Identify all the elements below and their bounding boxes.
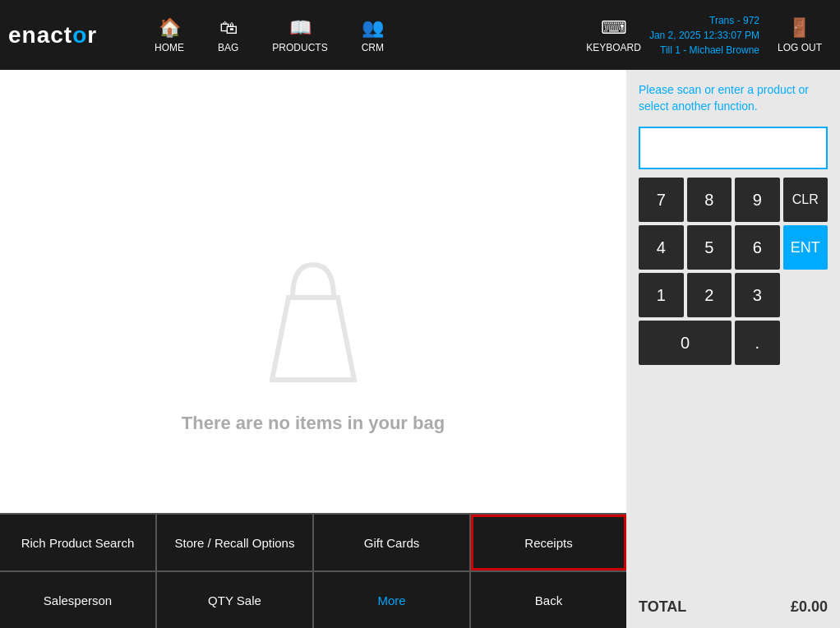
rich-product-search-button[interactable]: Rich Product Search (0, 515, 155, 570)
numpad-0[interactable]: 0 (639, 321, 732, 365)
numpad-4[interactable]: 4 (639, 225, 684, 270)
logout-label: LOG OUT (778, 42, 822, 53)
numpad-2[interactable]: 2 (687, 273, 732, 317)
nav-bag[interactable]: 🛍 BAG (203, 11, 253, 60)
nav-items: 🏠 HOME 🛍 BAG 📖 PRODUCTS 👥 CRM (140, 11, 578, 60)
back-button[interactable]: Back (471, 572, 626, 628)
qty-sale-button[interactable]: QTY Sale (157, 572, 312, 628)
header: enactor 🏠 HOME 🛍 BAG 📖 PRODUCTS 👥 CRM ⌨ … (0, 0, 840, 70)
transaction-info: Trans - 972 Jan 2, 2025 12:33:07 PM Till… (649, 13, 759, 58)
store-recall-options-button[interactable]: Store / Recall Options (157, 515, 312, 570)
total-value: £0.00 (791, 598, 828, 616)
bag-empty-icon (247, 248, 379, 396)
bag-icon: 🛍 (219, 17, 238, 39)
keyboard-button[interactable]: ⌨ KEYBOARD (586, 17, 641, 53)
numpad-7[interactable]: 7 (639, 178, 684, 222)
gift-cards-button[interactable]: Gift Cards (314, 515, 469, 570)
right-panel: Please scan or enter a product or select… (626, 70, 840, 628)
total-row: TOTAL £0.00 (639, 590, 828, 616)
trans-line1: Trans - 972 (649, 13, 759, 28)
trans-line2: Jan 2, 2025 12:33:07 PM (649, 28, 759, 43)
total-label: TOTAL (639, 598, 686, 616)
nav-home[interactable]: 🏠 HOME (140, 11, 199, 60)
numpad-5[interactable]: 5 (687, 225, 732, 270)
more-button[interactable]: More (314, 572, 469, 628)
crm-icon: 👥 (362, 17, 384, 39)
numpad-6[interactable]: 6 (735, 225, 780, 270)
logout-icon: 🚪 (788, 17, 810, 39)
empty-bag-text: There are no items in your bag (182, 413, 445, 434)
nav-crm[interactable]: 👥 CRM (347, 11, 399, 60)
keyboard-label: KEYBOARD (586, 42, 641, 53)
product-input[interactable] (639, 127, 828, 169)
logo-accent: o (72, 22, 87, 48)
numpad-clr[interactable]: CLR (783, 178, 828, 222)
numpad: 7 8 9 CLR 4 5 6 ENT 1 2 3 0 . (639, 178, 828, 365)
numpad-dot[interactable]: . (735, 321, 780, 365)
trans-line3: Till 1 - Michael Browne (649, 43, 759, 58)
numpad-8[interactable]: 8 (687, 178, 732, 222)
nav-crm-label: CRM (362, 42, 384, 53)
numpad-1[interactable]: 1 (639, 273, 684, 317)
nav-products[interactable]: 📖 PRODUCTS (257, 11, 342, 60)
keyboard-icon: ⌨ (601, 17, 627, 39)
main: There are no items in your bag Rich Prod… (0, 70, 840, 628)
receipts-button[interactable]: Receipts (471, 515, 626, 570)
logo: enactor (8, 22, 115, 48)
bottom-buttons: Rich Product Search Store / Recall Optio… (0, 513, 626, 628)
logout-button[interactable]: 🚪 LOG OUT (768, 11, 832, 60)
numpad-3[interactable]: 3 (735, 273, 780, 317)
content-area: There are no items in your bag Rich Prod… (0, 70, 626, 628)
numpad-9[interactable]: 9 (735, 178, 780, 222)
products-icon: 📖 (289, 17, 312, 39)
empty-bag-container: There are no items in your bag (182, 248, 445, 434)
nav-bag-label: BAG (218, 42, 238, 53)
nav-home-label: HOME (155, 42, 184, 53)
prompt-text: Please scan or enter a product or select… (639, 82, 828, 114)
salesperson-button[interactable]: Salesperson (0, 572, 155, 628)
home-icon: 🏠 (159, 17, 181, 39)
numpad-ent[interactable]: ENT (783, 225, 828, 270)
nav-products-label: PRODUCTS (272, 42, 327, 53)
